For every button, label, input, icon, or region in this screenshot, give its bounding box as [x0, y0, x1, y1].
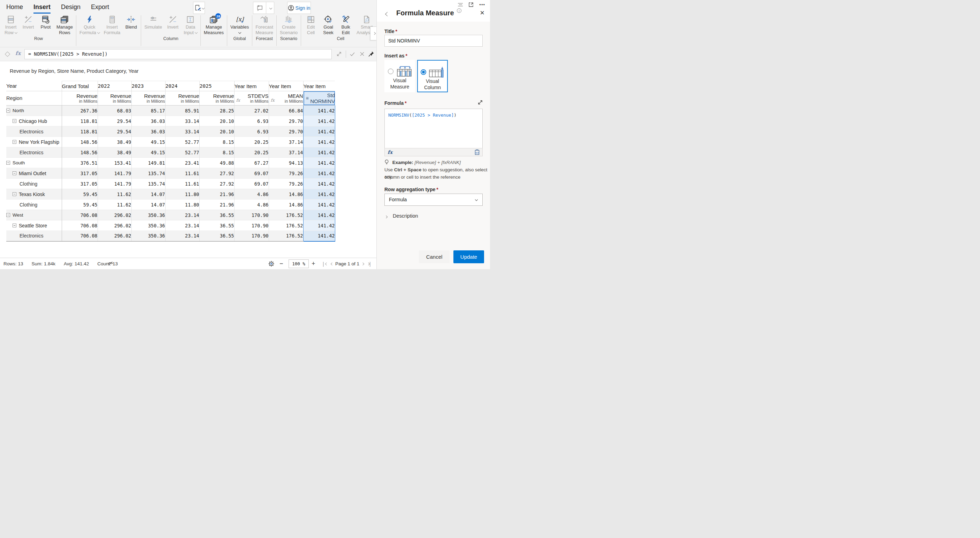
- hamburger-menu-icon[interactable]: ≡: [306, 95, 309, 101]
- value-cell[interactable]: 21.96: [199, 200, 234, 210]
- value-cell[interactable]: 20.25: [234, 137, 269, 147]
- value-cell[interactable]: 8.15: [199, 137, 234, 147]
- value-cell[interactable]: 29.70: [269, 116, 303, 126]
- column-header[interactable]: Year Item: [269, 81, 303, 91]
- ribbon-button-manage-rows[interactable]: ManageRows: [54, 14, 75, 35]
- eraser-icon[interactable]: [5, 52, 10, 57]
- description-toggle[interactable]: Description: [385, 213, 418, 219]
- ribbon-button-manage-measures[interactable]: 28ManageMeasures: [202, 14, 226, 35]
- value-cell[interactable]: 317.05: [62, 179, 98, 189]
- value-cell[interactable]: 23.14: [165, 221, 199, 231]
- column-header[interactable]: 2025: [199, 81, 234, 91]
- value-cell[interactable]: 118.81: [62, 126, 98, 137]
- value-cell[interactable]: 141.42: [303, 210, 335, 221]
- value-cell[interactable]: 36.03: [131, 126, 165, 137]
- value-cell[interactable]: 33.14: [165, 126, 199, 137]
- ribbon-button-blend[interactable]: Blend: [123, 14, 140, 30]
- value-cell[interactable]: 149.81: [131, 158, 165, 168]
- value-cell[interactable]: 141.42: [303, 137, 335, 147]
- tab-design[interactable]: Design: [61, 3, 81, 14]
- prev-page-button[interactable]: [330, 258, 333, 269]
- row-label-cell[interactable]: Seattle Store: [6, 221, 62, 231]
- value-cell[interactable]: 20.25: [234, 147, 269, 158]
- row-label-cell[interactable]: Clothing: [6, 200, 62, 210]
- panel-expander-button[interactable]: [370, 27, 376, 40]
- column-header[interactable]: 2023: [131, 81, 165, 91]
- value-cell[interactable]: 66.84: [269, 106, 303, 116]
- formula-editor[interactable]: NORMSINV([2025 > Revenue]): [384, 109, 483, 148]
- value-cell[interactable]: 4.86: [234, 200, 269, 210]
- measure-header[interactable]: Revenuein Millions: [199, 91, 234, 106]
- value-cell[interactable]: 141.42: [303, 179, 335, 189]
- value-cell[interactable]: 38.49: [98, 147, 131, 158]
- value-cell[interactable]: 20.10: [199, 126, 234, 137]
- value-cell[interactable]: 153.41: [98, 158, 131, 168]
- eye-slash-icon[interactable]: [107, 261, 114, 267]
- cancel-button[interactable]: Cancel: [419, 251, 450, 263]
- radio-unselected-icon[interactable]: [388, 68, 393, 74]
- value-cell[interactable]: 296.02: [98, 210, 131, 221]
- value-cell[interactable]: 376.51: [62, 158, 98, 168]
- value-cell[interactable]: 141.42: [303, 221, 335, 231]
- ribbon-button-variables[interactable]: [x]+Variables: [228, 14, 251, 35]
- radio-selected-icon[interactable]: [421, 69, 426, 75]
- value-cell[interactable]: 23.14: [165, 210, 199, 221]
- value-cell[interactable]: 296.02: [98, 221, 131, 231]
- pin-icon[interactable]: [368, 51, 374, 57]
- ribbon-button-insert-row[interactable]: InsertRow: [2, 14, 19, 35]
- info-icon[interactable]: i: [457, 8, 461, 13]
- row-label-cell[interactable]: Miami Outlet: [6, 168, 62, 179]
- filter-lines-icon[interactable]: [458, 2, 463, 7]
- value-cell[interactable]: 141.42: [303, 231, 335, 241]
- value-cell[interactable]: 135.74: [131, 168, 165, 179]
- value-cell[interactable]: 6.93: [234, 116, 269, 126]
- column-header[interactable]: 2022: [98, 81, 131, 91]
- expand-editor-icon[interactable]: [477, 100, 483, 105]
- value-cell[interactable]: 11.61: [165, 168, 199, 179]
- value-cell[interactable]: 14.86: [269, 189, 303, 200]
- value-cell[interactable]: 52.77: [165, 147, 199, 158]
- value-cell[interactable]: 176.52: [269, 210, 303, 221]
- next-page-button[interactable]: [360, 258, 364, 269]
- row-label-cell[interactable]: Chicago Hub: [6, 116, 62, 126]
- collapse-icon[interactable]: [13, 192, 16, 196]
- value-cell[interactable]: 36.55: [199, 231, 234, 241]
- row-label-cell[interactable]: Clothing: [6, 179, 62, 189]
- fx-icon[interactable]: fx: [15, 50, 21, 56]
- open-in-window-icon[interactable]: [468, 2, 474, 7]
- row-label-cell[interactable]: Electronics: [6, 126, 62, 137]
- measure-header[interactable]: Revenuein Millions: [165, 91, 199, 106]
- value-cell[interactable]: 4.86: [234, 189, 269, 200]
- measure-header[interactable]: Revenuein Millions: [98, 91, 131, 106]
- value-cell[interactable]: 141.42: [303, 200, 335, 210]
- value-cell[interactable]: 141.42: [303, 116, 335, 126]
- selected-measure-header[interactable]: ≡StdNORMINV: [303, 91, 335, 106]
- value-cell[interactable]: 11.80: [165, 189, 199, 200]
- ribbon-button-invert[interactable]: Invert: [19, 14, 37, 30]
- ribbon-button-insert-formula[interactable]: InsertFormula: [102, 14, 123, 35]
- row-label-cell[interactable]: Electronics: [6, 231, 62, 241]
- value-cell[interactable]: 14.86: [269, 200, 303, 210]
- gear-icon[interactable]: [268, 261, 274, 267]
- value-cell[interactable]: 11.62: [98, 189, 131, 200]
- value-cell[interactable]: 141.42: [303, 189, 335, 200]
- add-comment-button[interactable]: [253, 2, 266, 14]
- value-cell[interactable]: 69.07: [234, 168, 269, 179]
- value-cell[interactable]: 350.36: [131, 221, 165, 231]
- expand-formula-icon[interactable]: [336, 51, 342, 57]
- value-cell[interactable]: 176.52: [269, 221, 303, 231]
- value-cell[interactable]: 296.02: [98, 231, 131, 241]
- ribbon-button-simulate[interactable]: Simulate: [142, 14, 164, 30]
- tab-home[interactable]: Home: [6, 3, 23, 14]
- collapse-icon[interactable]: [13, 140, 16, 144]
- value-cell[interactable]: 350.36: [131, 231, 165, 241]
- row-label-cell[interactable]: New York Flagship: [6, 137, 62, 147]
- value-cell[interactable]: 67.27: [234, 158, 269, 168]
- value-cell[interactable]: 94.13: [269, 158, 303, 168]
- value-cell[interactable]: 141.42: [303, 126, 335, 137]
- value-cell[interactable]: 23.41: [165, 158, 199, 168]
- last-page-button[interactable]: |: [366, 258, 371, 269]
- value-cell[interactable]: 27.92: [199, 179, 234, 189]
- clipboard-code-icon[interactable]: [475, 149, 480, 155]
- value-cell[interactable]: 141.79: [98, 179, 131, 189]
